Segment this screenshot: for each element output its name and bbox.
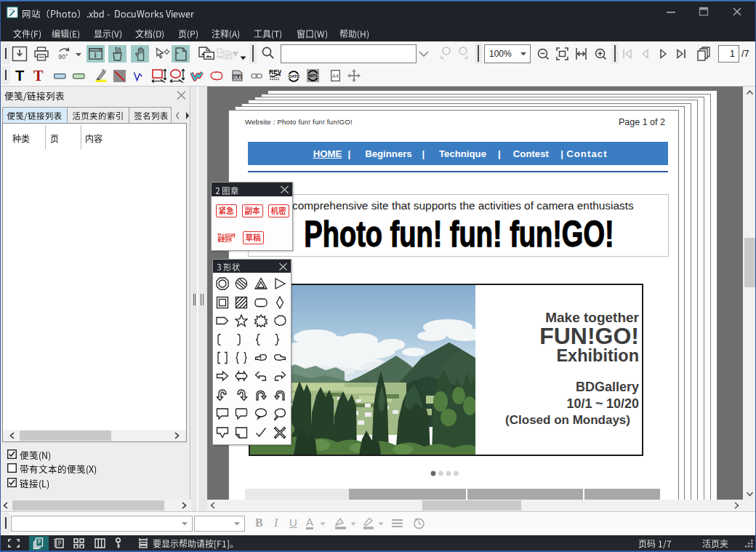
svg-text:0075: 0075 bbox=[308, 73, 317, 78]
svg-text:DATE: DATE bbox=[289, 74, 299, 79]
svg-text:A4: A4 bbox=[332, 73, 339, 79]
svg-text:OLE: OLE bbox=[233, 75, 242, 79]
svg-text:90°: 90° bbox=[59, 53, 68, 60]
svg-text:P: P bbox=[218, 48, 222, 55]
